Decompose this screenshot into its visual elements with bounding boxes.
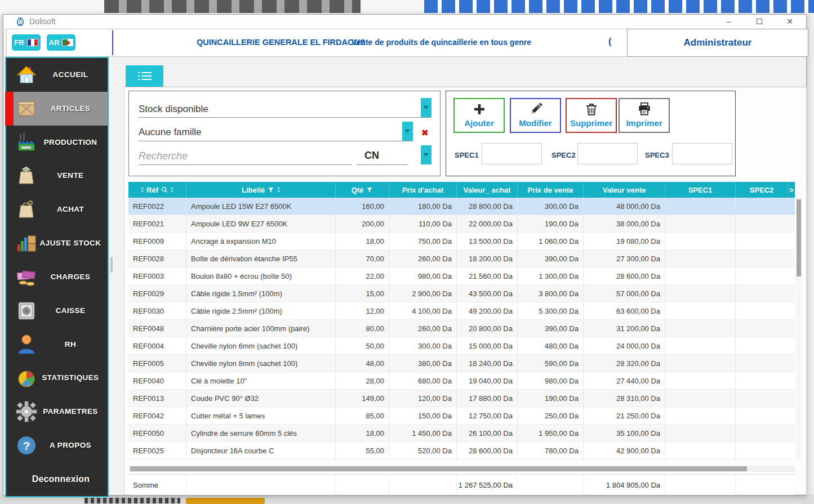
sidebar-item-caisse[interactable]: CAISSE — [6, 294, 108, 328]
cell-valeur-achat: 15 000,00 Da — [457, 337, 518, 354]
minimize-button[interactable]: – — [719, 16, 739, 27]
horizontal-scrollbar[interactable] — [128, 466, 795, 472]
column-header-qt-[interactable]: Qté — [336, 182, 389, 198]
table-row[interactable]: REF0040Clé à molette 10"28,00680,00 Da19… — [128, 372, 795, 390]
sidebar-item-ajuste-stock[interactable]: AJUSTE STOCK — [6, 226, 108, 260]
table-row[interactable]: REF0005Cheville nylon 8mm (sachet 100)48… — [128, 355, 795, 372]
filter-icon[interactable] — [366, 186, 373, 193]
chevron-right-icon[interactable]: > — [788, 182, 795, 198]
table-row[interactable]: REF0022Ampoule LED 15W E27 6500K160,0018… — [128, 198, 795, 215]
sidebar-item-articles[interactable]: ARTICLES — [6, 92, 108, 126]
cell-spec2 — [736, 302, 788, 319]
cell-prix-vente: 1 300,00 Da — [518, 267, 584, 284]
column-header-libell-[interactable]: Libellé˄˅ — [186, 182, 336, 198]
cell-prix-achat: 680,00 Da — [389, 372, 457, 389]
cell-valeur-vente: 27 300,00 Da — [584, 250, 665, 267]
spec3-field[interactable] — [672, 143, 732, 164]
stock-filter-dropdown-icon[interactable] — [421, 98, 432, 117]
search-icon[interactable] — [161, 186, 168, 193]
pie-chart-icon — [14, 367, 39, 390]
cell-valeur-vente: 63 600,00 Da — [584, 302, 665, 319]
cell-valeur-achat: 18 200,00 Da — [457, 250, 518, 267]
sidebar-item-production[interactable]: PRODUCTION — [6, 126, 108, 159]
column-header-label: Prix de vente — [528, 186, 573, 194]
cell-prix-vente: 1 950,00 Da — [518, 425, 584, 441]
column-header-spec1[interactable]: SPEC1 — [665, 182, 736, 198]
spec2-field[interactable] — [577, 143, 638, 164]
cell-prix-vente: 780,00 Da — [518, 442, 584, 459]
cell-ref: REF0022 — [128, 198, 186, 215]
table-row[interactable]: REF0013Coude PVC 90° Ø32149,00120,00 Da1… — [128, 390, 795, 407]
list-tab-button[interactable] — [126, 65, 163, 87]
clear-family-filter-icon[interactable]: ✖ — [421, 128, 429, 138]
factory-icon — [14, 131, 39, 154]
family-filter-combobox[interactable]: Aucune famille — [139, 127, 202, 138]
cell-prix-achat: 300,00 Da — [389, 337, 457, 354]
column-header-prix-d-achat[interactable]: Prix d'achat — [389, 182, 457, 198]
column-header-r-f[interactable]: ˄˅Réf˄˅ — [128, 182, 186, 198]
cell-qte: 50,00 — [336, 337, 389, 354]
column-header-valeur-achat[interactable]: Valeur_ achat — [457, 182, 518, 198]
table-row[interactable]: REF0004Cheville nylon 6mm (sachet 100)50… — [128, 337, 795, 355]
family-filter-dropdown-icon[interactable] — [402, 122, 413, 141]
search-mode-dropdown-icon[interactable] — [421, 145, 432, 164]
cell-valeur-achat: 18 240,00 Da — [457, 355, 518, 372]
delete-button[interactable]: Supprimer — [566, 98, 617, 133]
add-button[interactable]: Ajouter — [453, 98, 505, 133]
sidebar-item-rh[interactable]: RH — [6, 328, 108, 362]
cell-ref: REF0021 — [128, 215, 186, 232]
person-icon — [14, 333, 39, 356]
close-button[interactable]: ✕ — [780, 16, 799, 27]
cell-prix-vente: 300,00 Da — [518, 198, 584, 215]
column-header-spec2[interactable]: SPEC2 — [736, 182, 788, 198]
search-input[interactable]: Recherche — [139, 150, 188, 162]
sidebar-item-parametres[interactable]: PARAMETRES — [6, 395, 108, 429]
stock-filter-combobox[interactable]: Stock disponible — [139, 104, 208, 115]
table-row[interactable]: REF0025Disjoncteur 16A courbe C55,00520,… — [128, 442, 795, 460]
printer-icon — [636, 101, 653, 118]
cell-spec2 — [736, 337, 788, 354]
search-mode-underline — [357, 164, 407, 165]
edit-button[interactable]: Modifier — [510, 98, 561, 133]
sidebar-scrollbar[interactable] — [110, 257, 113, 273]
cell-valeur-vente: 28 310,00 Da — [584, 390, 665, 407]
table-row[interactable]: REF0028Boîte de dérivation étanche IP557… — [128, 250, 795, 267]
cell-ref: REF0050 — [128, 425, 186, 441]
table-row[interactable]: REF0050Cylindre de serrure 60mm 5 clés18… — [128, 425, 795, 442]
cell-valeur-achat: 26 100,00 Da — [457, 425, 518, 441]
table-row[interactable]: REF0021Ampoule LED 9W E27 6500K200,00110… — [128, 215, 795, 233]
maximize-button[interactable] — [750, 16, 769, 27]
sidebar-item-statistiques[interactable]: STATISTIQUES — [6, 362, 108, 395]
cell-prix-vente: 250,00 Da — [518, 407, 584, 424]
search-mode-combobox[interactable]: CN — [364, 150, 379, 162]
table-row[interactable]: REF0048Charnière porte acier 100mm (pair… — [128, 320, 795, 337]
table-row[interactable]: REF0029Câble rigide 1.5mm² (100m)15,002 … — [128, 285, 795, 302]
pencil-icon — [527, 101, 544, 118]
sidebar-item-vente[interactable]: VENTE — [6, 159, 108, 193]
header-divider — [112, 30, 113, 55]
sidebar-item-achat[interactable]: ACHAT — [6, 193, 108, 226]
table-row[interactable]: REF0003Boulon 8x80 + écrou (boîte 50)22,… — [128, 267, 795, 285]
sort-carets-icon[interactable]: ˄˅ — [171, 187, 174, 193]
table-row[interactable]: REF0009Ancrage à expansion M1018,00750,0… — [128, 233, 795, 250]
horizontal-scrollbar-thumb[interactable] — [130, 466, 747, 471]
filter-icon[interactable] — [268, 186, 274, 193]
sidebar-item-a-propos[interactable]: ?A PROPOS — [6, 429, 108, 462]
vertical-scrollbar[interactable] — [796, 198, 802, 460]
sidebar-item-accueil[interactable]: ACCUEIL — [6, 58, 108, 92]
vertical-scrollbar-thumb[interactable] — [797, 199, 801, 276]
spec1-field[interactable] — [482, 143, 542, 164]
sidebar-item-charges[interactable]: CHARGES — [6, 260, 108, 294]
cell-libelle: Disjoncteur 16A courbe C — [186, 442, 336, 459]
column-header-valeur-vente[interactable]: Valeur vente — [584, 182, 665, 198]
column-header-prix-de-vente[interactable]: Prix de vente — [518, 182, 584, 198]
sort-carets-icon[interactable]: ˄˅ — [141, 187, 144, 193]
sort-carets-icon[interactable]: ˄˅ — [277, 187, 280, 193]
sidebar-item-deconnexion[interactable]: Deconnexion — [6, 462, 108, 496]
print-button[interactable]: Imprimer — [619, 98, 670, 133]
language-fr-button[interactable]: FR — [12, 34, 41, 51]
language-ar-button[interactable]: AR — [47, 34, 75, 51]
table-row[interactable]: REF0042Cutter métal + 5 lames85,00150,00… — [128, 407, 795, 425]
sidebar-item-label: RH — [39, 340, 108, 350]
table-row[interactable]: REF0030Câble rigide 2.5mm² (100m)12,004 … — [128, 302, 795, 320]
